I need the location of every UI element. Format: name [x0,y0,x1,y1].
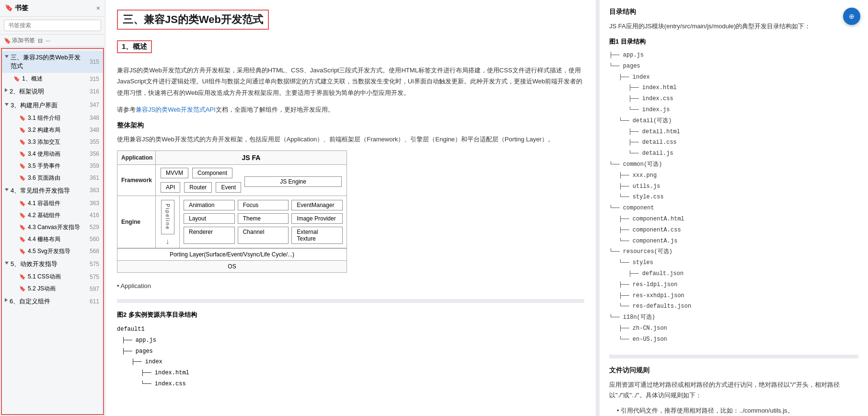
sidebar-item-section6-label: 6、自定义组件 [10,297,50,306]
right-panel-intro: JS FA应用的JS模块(entry/src/main/js/module)的典… [609,21,858,32]
link-para: 请参考兼容JS的类Web开发范式API文档，全面地了解组件，更好地开发应用。 [117,104,584,115]
os-label: OS [228,263,236,270]
sidebar-item-section6[interactable]: 6、自定义组件 611 [2,295,103,308]
mvvm-box: MVVM [161,168,188,178]
sidebar-item-3-6-page: 361 [86,174,99,181]
link-suffix: 文档，全面地了解组件，更好地开发应用。 [216,106,334,113]
layout-box: Layout [184,213,235,224]
bookmark-icon-3-3: 🔖 [19,139,26,145]
file-tree-item: └── pages [609,61,858,72]
sidebar-item-3-4-page: 356 [86,150,99,157]
sidebar-item-3-4-label: 3.4 使用动画 [28,150,60,158]
theme-box: Theme [238,213,289,224]
bullet-application: Application [117,282,584,289]
sidebar-item-5-2[interactable]: 🔖 5.2 JS动画 597 [2,283,103,295]
sidebar-item-section5[interactable]: 5、动效开发指导 575 [2,257,103,271]
sidebar-item-4-5[interactable]: 🔖 4.5 Svg开发指导 568 [2,245,103,257]
file-tree-item: └── style.css [609,192,858,203]
file-tree-item: └── componentA.js [609,236,858,247]
sidebar-item-4-5-label: 4.5 Svg开发指导 [28,247,70,255]
sidebar-item-3-1[interactable]: 🔖 3.1 组件介绍 348 [2,112,103,124]
bookmark-icon-3-5: 🔖 [19,163,26,169]
sidebar-item-3-4[interactable]: 🔖 3.4 使用动画 356 [2,148,103,160]
sidebar-item-5-1-label: 5.1 CSS动画 [28,273,61,281]
sidebar: 🔖 书签 × 🔖 添加书签 ⊟ ··· 三、兼容JS的类Web开发范式 315 … [0,0,105,416]
file-tree-item: ├── componentA.css [609,225,858,236]
add-bookmark-button[interactable]: 🔖 添加书签 [4,36,35,45]
sidebar-item-4-5-page: 568 [86,248,99,254]
sidebar-item-section2-page: 316 [86,88,99,96]
file-tree-item: └── resources(可选) [609,246,858,257]
sidebar-item-4-3-label: 4.3 Canvas开发指导 [28,223,80,231]
sidebar-close-button[interactable]: × [96,4,100,12]
bookmark-icon-5-2: 🔖 [19,286,26,292]
sidebar-item-4-2[interactable]: 🔖 4.2 基础组件 416 [2,209,103,221]
api-link[interactable]: 兼容JS的类Web开发范式API [136,106,216,113]
sidebar-header-left: 🔖 书签 [5,4,28,12]
sidebar-item-4-3[interactable]: 🔖 4.3 Canvas开发指导 529 [2,221,103,233]
bookmark-icon-4-5: 🔖 [19,248,26,254]
file-tree-item: ├── app.js [609,50,858,61]
file-access-intro: 应用资源可通过绝对路径或相对路径的方式进行访问，绝对路径以"/"开头，相对路径以… [609,380,858,401]
link-prefix: 请参考 [117,106,136,113]
sidebar-item-section4-label: 4、常见组件开发指导 [11,186,70,195]
sidebar-title: 书签 [15,4,28,12]
sidebar-header: 🔖 书签 × [0,0,105,17]
fig2-tree-line-4: ├── index [117,357,584,368]
sidebar-item-section3[interactable]: 三、兼容JS的类Web开发范式 315 [2,51,103,73]
sidebar-toolbar: 🔖 添加书签 ⊟ ··· [0,35,105,47]
framework-content: MVVM Component API Router Event JS Engin… [156,165,347,196]
sidebar-item-3-1-page: 348 [86,115,99,121]
bookmark-icon-4-1: 🔖 [19,200,26,207]
architecture-diagram: Application JS FA Framework MVVM Compone… [117,150,347,273]
sidebar-item-5-2-page: 597 [86,286,99,292]
sidebar-item-4-4-page: 560 [86,236,99,243]
main-content: 三、兼容JS的类Web开发范式 1、概述 兼容JS的类Web开发范式的方舟开发框… [105,0,868,416]
sidebar-item-1-overview[interactable]: 🔖 1、概述 315 [2,73,103,85]
event-box: Event [216,182,241,193]
js-engine-box: JS Engine [244,176,342,187]
sidebar-item-section3b-label: 3、构建用户界面 [11,101,58,110]
sidebar-item-3-6[interactable]: 🔖 3.6 页面路由 361 [2,172,103,184]
sidebar-item-3-3-page: 355 [86,139,99,145]
expand-icon-section4 [5,186,9,193]
file-tree-item: ├── res-ldpi.json [609,279,858,290]
component-box: Component [192,168,232,178]
sidebar-item-3-3-label: 3.3 添加交互 [28,138,60,146]
add-bookmark-label: 添加书签 [12,36,35,45]
fig2-section: 图2 多实例资源共享目录结构 default1 ├── app.js ├── p… [117,299,584,390]
fab-button[interactable]: ⊕ [843,8,860,25]
api-box: API [161,182,180,193]
sidebar-item-4-4[interactable]: 🔖 4.4 栅格布局 560 [2,233,103,245]
file-tree-item: └── en-US.json [609,334,858,345]
sidebar-item-section2[interactable]: 2、框架说明 316 [2,85,103,98]
sidebar-item-section4[interactable]: 4、常见组件开发指导 363 [2,184,103,197]
sidebar-search-input[interactable] [4,20,101,31]
file-tree-item: ├── index [609,72,858,83]
sidebar-item-section5-page: 575 [86,260,99,268]
fig2-tree-line-2: ├── app.js [117,335,584,346]
sidebar-item-5-1[interactable]: 🔖 5.1 CSS动画 575 [2,271,103,283]
sidebar-item-4-1-page: 363 [86,200,99,207]
bookmark-header-icon: 🔖 [5,4,13,12]
file-tree-item: └── common(可选) [609,159,858,170]
sidebar-item-4-3-page: 529 [86,224,99,231]
rule-item: • 引用代码文件，推荐使用相对路径，比如：../common/utils.js。 [609,405,858,416]
bookmark-icon-1: 🔖 [13,76,20,82]
file-tree-item: ├── index.css [609,93,858,104]
sidebar-item-3-2[interactable]: 🔖 3.2 构建布局 348 [2,124,103,136]
more-options-button[interactable]: ··· [46,37,50,44]
collapse-button[interactable]: ⊟ [38,37,43,44]
bookmark-icon-4-3: 🔖 [19,224,26,231]
sidebar-item-3-3[interactable]: 🔖 3.3 添加交互 355 [2,136,103,148]
event-manager-box: EventManager [291,200,343,210]
arch-desc: 使用兼容JS的类Web开发范式的方舟开发框架，包括应用层（Application… [117,134,584,145]
expand-icon-section6 [5,297,8,304]
sidebar-item-4-1[interactable]: 🔖 4.1 容器组件 363 [2,197,103,209]
sidebar-item-5-2-label: 5.2 JS动画 [28,285,56,293]
sidebar-item-section3-build[interactable]: 3、构建用户界面 347 [2,99,103,112]
sidebar-item-3-5[interactable]: 🔖 3.5 手势事件 359 [2,160,103,172]
sidebar-item-section2-label: 2、框架说明 [10,87,44,96]
image-provider-box: Image Provider [291,213,343,224]
file-tree-item: ├── index.html [609,82,858,93]
